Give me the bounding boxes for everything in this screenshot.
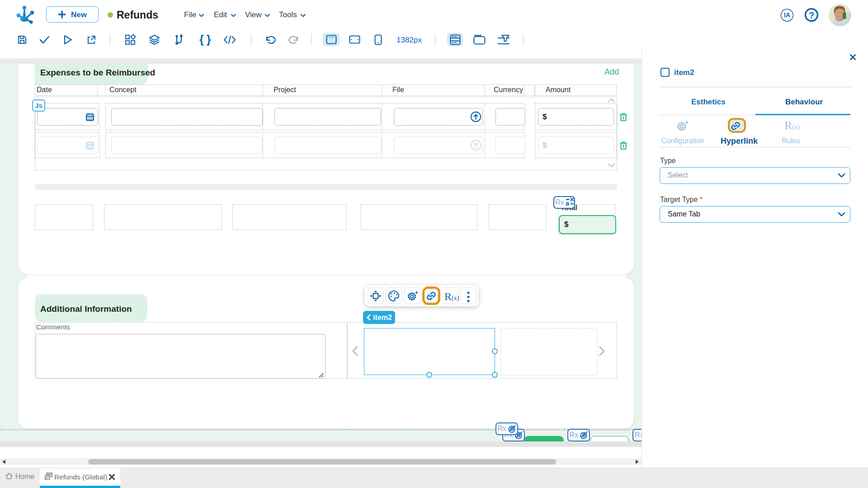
svg-text:?: ? xyxy=(809,10,814,20)
svg-text:IA: IA xyxy=(784,11,790,19)
svg-text:a: a xyxy=(566,200,569,206)
